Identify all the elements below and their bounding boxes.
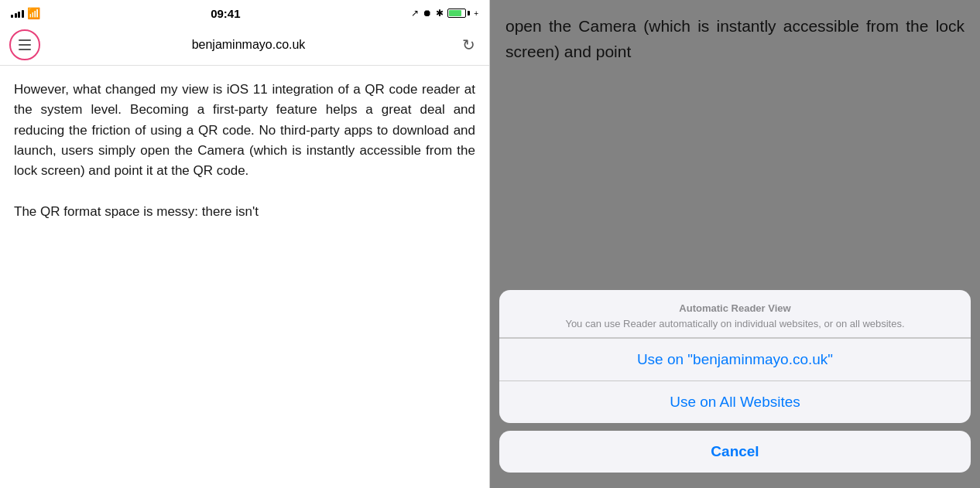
battery-indicator: [447, 9, 470, 18]
use-on-site-button[interactable]: Use on "benjaminmayo.co.uk": [499, 338, 971, 381]
charging-icon: +: [474, 9, 478, 18]
article-content: However, what changed my view is iOS 11 …: [0, 66, 489, 488]
status-right: ↗ ⏺ ✱ +: [411, 8, 478, 19]
battery-body: [447, 9, 466, 18]
modal-main: Automatic Reader View You can use Reader…: [499, 290, 971, 423]
modal-title: Automatic Reader View: [515, 302, 955, 314]
hamburger-icon: [19, 39, 31, 50]
refresh-button[interactable]: ↻: [457, 36, 480, 54]
article-paragraph-1: However, what changed my view is iOS 11 …: [14, 80, 475, 182]
modal-overlay: Automatic Reader View You can use Reader…: [490, 0, 980, 488]
address-bar: benjaminmayo.co.uk ↻: [0, 25, 489, 66]
article-paragraph-2: The QR format space is messy: there isn'…: [14, 202, 475, 222]
lock-icon: ⏺: [423, 8, 432, 19]
modal-subtitle: You can use Reader automatically on indi…: [515, 317, 955, 331]
url-display[interactable]: benjaminmayo.co.uk: [48, 38, 449, 52]
modal-header: Automatic Reader View You can use Reader…: [499, 290, 971, 338]
wifi-icon: 📶: [27, 7, 40, 19]
battery-fill: [449, 10, 461, 16]
bluetooth-icon: ✱: [436, 8, 444, 19]
battery-tip: [468, 11, 470, 15]
status-left: 📶: [11, 7, 40, 19]
left-panel: 📶 09:41 ↗ ⏺ ✱ + benjaminmayo.co.uk ↻ Ho: [0, 0, 490, 488]
signal-bars-icon: [11, 9, 24, 18]
cancel-button[interactable]: Cancel: [499, 431, 971, 473]
location-icon: ↗: [411, 8, 419, 19]
right-panel: open the Camera (which is instantly acce…: [490, 0, 980, 488]
use-on-all-websites-button[interactable]: Use on All Websites: [499, 381, 971, 423]
status-bar: 📶 09:41 ↗ ⏺ ✱ +: [0, 0, 489, 25]
time-display: 09:41: [211, 7, 240, 20]
menu-button[interactable]: [9, 29, 40, 60]
